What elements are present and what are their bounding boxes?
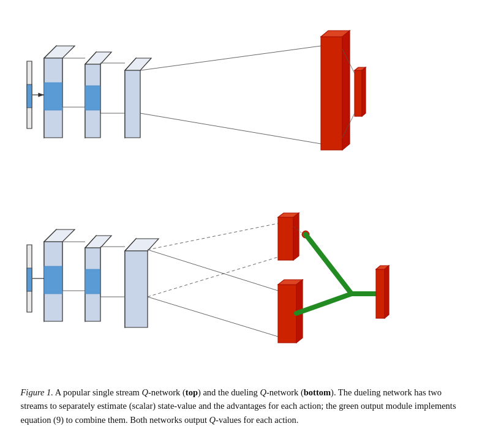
svg-marker-67 [385, 266, 389, 318]
top-network-diagram [21, 12, 462, 190]
svg-rect-55 [278, 217, 293, 260]
svg-marker-36 [44, 266, 62, 294]
diagram-area: Figure 1. A popular single stream Q-netw… [18, 12, 464, 436]
figure-label: Figure 1. [21, 387, 53, 397]
svg-marker-15 [125, 58, 151, 70]
svg-rect-65 [376, 269, 385, 318]
caption-text: A popular single stream Q-network (top) … [21, 387, 456, 425]
svg-rect-32 [27, 268, 32, 291]
svg-marker-8 [85, 52, 111, 64]
svg-line-53 [148, 250, 278, 291]
page: Figure 1. A popular single stream Q-netw… [0, 0, 482, 448]
svg-line-62 [306, 234, 352, 294]
svg-marker-39 [85, 236, 111, 248]
svg-marker-5 [44, 83, 62, 110]
svg-marker-16 [125, 70, 140, 138]
svg-marker-34 [44, 230, 75, 242]
svg-rect-1 [27, 84, 32, 108]
svg-line-51 [148, 223, 278, 250]
figure-caption: Figure 1. A popular single stream Q-netw… [21, 386, 462, 427]
svg-marker-47 [125, 251, 148, 327]
svg-marker-24 [342, 31, 350, 150]
svg-rect-25 [355, 70, 362, 116]
svg-rect-58 [278, 285, 296, 343]
svg-marker-46 [125, 239, 159, 251]
svg-marker-57 [293, 213, 299, 260]
svg-marker-27 [362, 67, 366, 116]
svg-rect-22 [321, 37, 342, 150]
svg-marker-41 [85, 269, 100, 294]
svg-line-63 [296, 294, 352, 313]
svg-line-21 [140, 113, 321, 144]
svg-line-20 [140, 46, 321, 70]
svg-marker-10 [85, 86, 100, 110]
svg-line-52 [148, 257, 278, 297]
svg-line-54 [148, 297, 278, 337]
svg-marker-3 [44, 46, 75, 58]
bottom-network-diagram [21, 196, 462, 379]
